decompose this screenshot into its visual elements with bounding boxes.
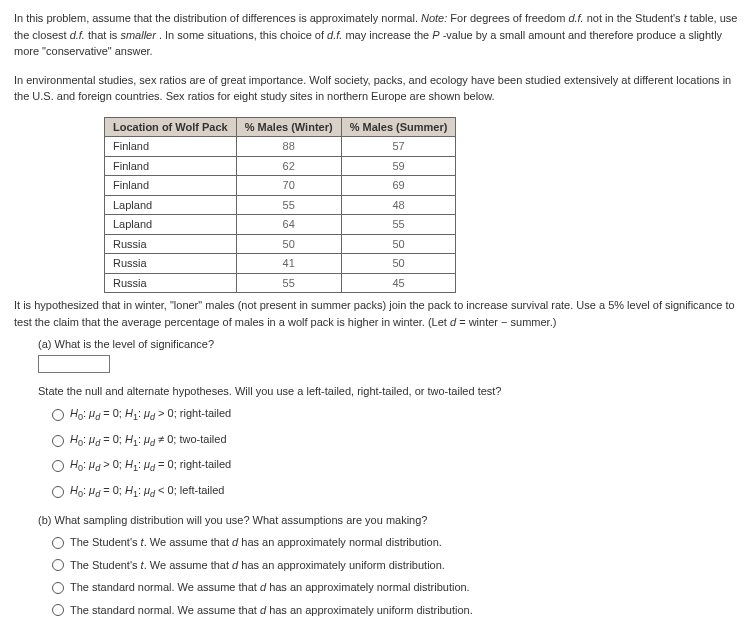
cell-winter: 55 <box>236 273 341 293</box>
table-row: Russia4150 <box>105 254 456 274</box>
cell-winter: 41 <box>236 254 341 274</box>
p-var: P <box>432 29 439 41</box>
radio-label: H0: μd = 0; H1: μd < 0; left-tailed <box>70 482 224 502</box>
df-var: d.f. <box>327 29 342 41</box>
intro-text: In this problem, assume that the distrib… <box>14 12 421 24</box>
col-location: Location of Wolf Pack <box>105 117 237 137</box>
radio-option[interactable]: The standard normal. We assume that d ha… <box>52 602 740 619</box>
cell-winter: 70 <box>236 176 341 196</box>
qa-label: (a) What is the level of significance? <box>38 336 740 353</box>
cell-summer: 45 <box>341 273 456 293</box>
table-row: Finland8857 <box>105 137 456 157</box>
qa-radio-group: H0: μd = 0; H1: μd > 0; right-tailedH0: … <box>52 405 740 502</box>
cell-winter: 55 <box>236 195 341 215</box>
intro-text: . In some situations, this choice of <box>159 29 327 41</box>
cell-summer: 57 <box>341 137 456 157</box>
cell-location: Lapland <box>105 215 237 235</box>
cell-location: Finland <box>105 156 237 176</box>
radio-icon[interactable] <box>52 604 64 616</box>
question-b: (b) What sampling distribution will you … <box>38 512 740 630</box>
radio-icon[interactable] <box>52 559 64 571</box>
radio-label: H0: μd = 0; H1: μd > 0; right-tailed <box>70 405 231 425</box>
cell-location: Finland <box>105 137 237 157</box>
question-a: (a) What is the level of significance? S… <box>38 336 740 502</box>
col-summer: % Males (Summer) <box>341 117 456 137</box>
df-var: d.f. <box>568 12 583 24</box>
radio-option[interactable]: The Student's t. We assume that d has an… <box>52 534 740 551</box>
cell-winter: 50 <box>236 234 341 254</box>
hyp-text: It is hypothesized that in winter, "lone… <box>14 299 735 328</box>
cell-summer: 48 <box>341 195 456 215</box>
radio-icon[interactable] <box>52 409 64 421</box>
radio-option[interactable]: H0: μd = 0; H1: μd ≠ 0; two-tailed <box>52 431 740 451</box>
smaller-word: smaller <box>120 29 155 41</box>
radio-option[interactable]: H0: μd = 0; H1: μd > 0; right-tailed <box>52 405 740 425</box>
note-label: Note: <box>421 12 447 24</box>
radio-icon[interactable] <box>52 435 64 447</box>
t-var: t <box>684 12 687 24</box>
table-body: Finland8857Finland6259Finland7069Lapland… <box>105 137 456 293</box>
radio-icon[interactable] <box>52 537 64 549</box>
intro-text: For degrees of freedom <box>450 12 568 24</box>
radio-option[interactable]: The Student's t. We assume that d has an… <box>52 557 740 574</box>
radio-label: H0: μd > 0; H1: μd = 0; right-tailed <box>70 456 231 476</box>
cell-summer: 69 <box>341 176 456 196</box>
table-row: Russia5545 <box>105 273 456 293</box>
table-row: Russia5050 <box>105 234 456 254</box>
qb-label: (b) What sampling distribution will you … <box>38 512 740 529</box>
table-row: Lapland5548 <box>105 195 456 215</box>
table-row: Finland7069 <box>105 176 456 196</box>
data-table: Location of Wolf Pack % Males (Winter) %… <box>104 117 456 294</box>
cell-summer: 55 <box>341 215 456 235</box>
qa-hyp-prompt: State the null and alternate hypotheses.… <box>38 383 740 400</box>
cell-location: Finland <box>105 176 237 196</box>
d-var: d <box>450 316 456 328</box>
cell-location: Russia <box>105 254 237 274</box>
significance-input[interactable] <box>38 355 110 373</box>
col-winter: % Males (Winter) <box>236 117 341 137</box>
table-row: Finland6259 <box>105 156 456 176</box>
radio-label: The Student's t. We assume that d has an… <box>70 557 445 574</box>
radio-icon[interactable] <box>52 582 64 594</box>
intro-text: not in the Student's <box>587 12 684 24</box>
table-header-row: Location of Wolf Pack % Males (Winter) %… <box>105 117 456 137</box>
cell-winter: 62 <box>236 156 341 176</box>
cell-location: Russia <box>105 234 237 254</box>
intro-text: may increase the <box>345 29 432 41</box>
cell-summer: 50 <box>341 254 456 274</box>
cell-location: Lapland <box>105 195 237 215</box>
qb-radio-group: The Student's t. We assume that d has an… <box>52 534 740 618</box>
cell-winter: 88 <box>236 137 341 157</box>
intro-paragraph-1: In this problem, assume that the distrib… <box>14 10 740 60</box>
radio-label: The standard normal. We assume that d ha… <box>70 602 473 619</box>
table-row: Lapland6455 <box>105 215 456 235</box>
df-var: d.f. <box>70 29 85 41</box>
intro-text: that is <box>88 29 120 41</box>
radio-label: The standard normal. We assume that d ha… <box>70 579 470 596</box>
radio-label: H0: μd = 0; H1: μd ≠ 0; two-tailed <box>70 431 227 451</box>
cell-winter: 64 <box>236 215 341 235</box>
radio-icon[interactable] <box>52 460 64 472</box>
radio-icon[interactable] <box>52 486 64 498</box>
radio-label: The Student's t. We assume that d has an… <box>70 534 442 551</box>
cell-location: Russia <box>105 273 237 293</box>
radio-option[interactable]: H0: μd > 0; H1: μd = 0; right-tailed <box>52 456 740 476</box>
hypothesis-text: It is hypothesized that in winter, "lone… <box>14 297 740 330</box>
cell-summer: 59 <box>341 156 456 176</box>
radio-option[interactable]: H0: μd = 0; H1: μd < 0; left-tailed <box>52 482 740 502</box>
hyp-text: = winter − summer.) <box>459 316 556 328</box>
radio-option[interactable]: The standard normal. We assume that d ha… <box>52 579 740 596</box>
cell-summer: 50 <box>341 234 456 254</box>
intro-paragraph-2: In environmental studies, sex ratios are… <box>14 72 740 105</box>
